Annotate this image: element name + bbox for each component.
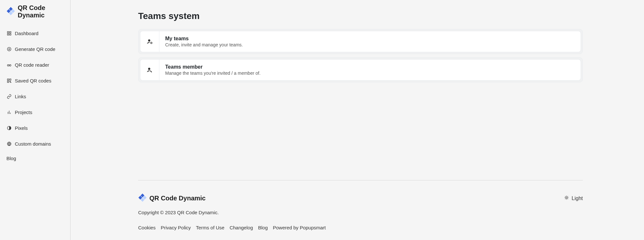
svg-line-28 <box>151 43 151 44</box>
sidebar-item-label: Generate QR code <box>15 46 55 52</box>
svg-point-31 <box>566 197 567 198</box>
footer-link-cookies[interactable]: Cookies <box>138 225 156 230</box>
sidebar-item-label: Blog <box>6 156 16 161</box>
sidebar-item-links[interactable]: Links <box>0 89 70 104</box>
footer-link-changelog[interactable]: Changelog <box>230 225 253 230</box>
cards-container-1: My teams Create, invite and manage your … <box>138 29 583 54</box>
chart-icon <box>6 110 12 115</box>
qrcode-icon <box>6 78 12 83</box>
card-title: My teams <box>165 36 243 42</box>
svg-rect-11 <box>9 79 11 80</box>
logo-icon <box>138 193 147 203</box>
sidebar-item-generate-qr[interactable]: Generate QR code <box>0 41 70 57</box>
logo[interactable]: QR Code Dynamic <box>0 4 70 25</box>
card-my-teams[interactable]: My teams Create, invite and manage your … <box>140 31 581 52</box>
user-gear-icon <box>140 31 159 52</box>
sidebar-item-blog[interactable]: Blog <box>0 152 70 161</box>
sidebar-item-dashboard[interactable]: Dashboard <box>0 25 70 41</box>
sidebar-item-custom-domains[interactable]: Custom domains <box>0 136 70 152</box>
theme-label: Light <box>572 196 583 201</box>
svg-rect-1 <box>9 32 11 33</box>
sidebar-item-pixels[interactable]: Pixels <box>0 120 70 136</box>
page-title: Teams system <box>138 11 583 21</box>
sidebar-item-label: Pixels <box>15 125 28 131</box>
plus-circle-icon <box>6 47 12 52</box>
user-tag-icon <box>140 60 159 80</box>
copyright: Copyright © 2023 QR Code Dynamic. <box>138 210 583 215</box>
svg-line-38 <box>565 199 565 199</box>
svg-point-30 <box>150 71 151 71</box>
footer-top: QR Code Dynamic Light <box>138 193 583 203</box>
footer-link-blog[interactable]: Blog <box>258 225 268 230</box>
footer-logo-text: QR Code Dynamic <box>149 195 205 202</box>
svg-line-27 <box>152 43 152 44</box>
footer-divider <box>138 180 583 180</box>
svg-rect-14 <box>10 82 11 82</box>
svg-rect-10 <box>7 79 8 80</box>
card-body: Teams member Manage the teams you're inv… <box>159 60 266 80</box>
card-body: My teams Create, invite and manage your … <box>159 31 249 52</box>
theme-switch[interactable]: Light <box>564 195 583 201</box>
footer-links: Cookies Privacy Policy Terms of Use Chan… <box>138 225 583 230</box>
sidebar-item-label: Projects <box>15 110 32 115</box>
card-teams-member[interactable]: Teams member Manage the teams you're inv… <box>140 59 581 81</box>
main-content: Teams system My teams Create, invite and… <box>71 0 644 240</box>
card-desc: Manage the teams you're invited / a memb… <box>165 71 260 76</box>
footer-link-privacy[interactable]: Privacy Policy <box>161 225 191 230</box>
logo-icon <box>6 7 15 17</box>
svg-line-29 <box>152 42 152 43</box>
sidebar-item-label: Custom domains <box>15 141 51 147</box>
sidebar: QR Code Dynamic Dashboard Generate QR co… <box>0 0 71 240</box>
sidebar-item-label: Saved QR codes <box>15 78 51 83</box>
svg-rect-12 <box>7 81 8 82</box>
svg-line-26 <box>151 42 151 43</box>
footer: QR Code Dynamic Light Copyright © 2023 Q… <box>138 148 583 230</box>
svg-line-39 <box>568 196 568 197</box>
footer-logo[interactable]: QR Code Dynamic <box>138 193 205 203</box>
card-title: Teams member <box>165 64 260 70</box>
nav: Dashboard Generate QR code QR code reade… <box>0 25 70 161</box>
sidebar-item-label: Links <box>15 94 26 99</box>
link-icon <box>6 94 12 99</box>
svg-rect-13 <box>10 81 10 82</box>
sidebar-item-label: QR code reader <box>15 62 49 68</box>
svg-point-8 <box>9 64 11 66</box>
sidebar-item-projects[interactable]: Projects <box>0 104 70 120</box>
footer-link-powered[interactable]: Powered by Popupsmart <box>273 225 326 230</box>
svg-rect-2 <box>7 34 8 35</box>
sidebar-item-saved-qr[interactable]: Saved QR codes <box>0 73 70 89</box>
footer-link-terms[interactable]: Terms of Use <box>196 225 224 230</box>
sidebar-item-label: Dashboard <box>15 31 38 36</box>
svg-rect-0 <box>7 32 8 33</box>
cards-container-2: Teams member Manage the teams you're inv… <box>138 57 583 82</box>
svg-rect-3 <box>9 34 11 35</box>
svg-line-37 <box>568 199 568 199</box>
globe-icon <box>6 141 12 147</box>
adjust-icon <box>6 126 12 131</box>
svg-line-36 <box>565 196 565 197</box>
sidebar-item-qr-reader[interactable]: QR code reader <box>0 57 70 73</box>
card-desc: Create, invite and manage your teams. <box>165 42 243 47</box>
sun-icon <box>564 195 569 201</box>
grid-icon <box>6 31 12 36</box>
logo-text: QR Code Dynamic <box>18 4 64 19</box>
glasses-icon <box>6 62 12 68</box>
svg-point-7 <box>7 64 9 66</box>
